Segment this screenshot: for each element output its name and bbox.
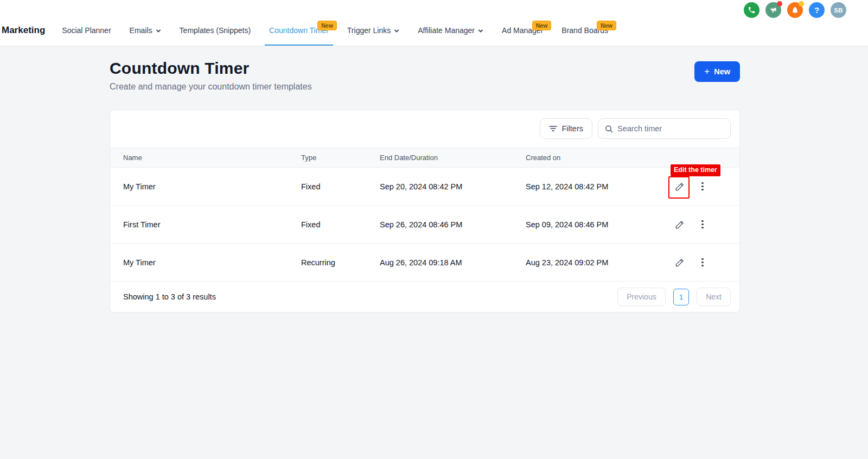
previous-page-button[interactable]: Previous (617, 288, 665, 306)
edit-timer-button[interactable] (673, 218, 686, 231)
tab-label: Templates (Snippets) (180, 26, 251, 35)
timer-name: First Timer (110, 220, 301, 229)
pencil-icon (674, 257, 685, 268)
bell-icon[interactable] (787, 2, 803, 18)
new-badge: New (597, 21, 616, 30)
chevron-down-icon (156, 28, 161, 34)
results-summary: Showing 1 to 3 of 3 results (123, 292, 216, 301)
row-menu-button[interactable] (696, 218, 709, 231)
marketing-nav: Marketing Social Planner Emails Template… (0, 0, 868, 46)
megaphone-alert-dot (777, 1, 782, 7)
column-header-type: Type (301, 154, 380, 162)
filters-label: Filters (562, 124, 583, 133)
pencil-icon (674, 181, 685, 192)
timer-type: Fixed (301, 182, 380, 191)
tab-trigger-links[interactable]: Trigger Links (347, 15, 399, 46)
table-row: First Timer Fixed Sep 26, 2024 08:46 PM … (110, 206, 739, 244)
topbar-icon-cluster: ? SB (744, 2, 846, 18)
table-row: My Timer Fixed Sep 20, 2024 08:42 PM Sep… (110, 168, 739, 206)
page-brand: Marketing (2, 25, 45, 36)
row-menu-button[interactable] (696, 180, 709, 193)
column-header-name: Name (110, 154, 301, 162)
timer-created-on: Aug 23, 2024 09:02 PM (526, 258, 673, 267)
page-header: Countdown Timer Create and manage your c… (110, 46, 740, 92)
table-row: My Timer Recurring Aug 26, 2024 09:18 AM… (110, 244, 739, 282)
pencil-icon (674, 219, 685, 230)
tab-label: Trigger Links (347, 26, 391, 35)
timer-created-on: Sep 12, 2024 08:42 PM (526, 182, 673, 191)
avatar-initials: SB (834, 7, 843, 14)
chevron-down-icon (394, 28, 399, 34)
annotation-label: Edit the timer (671, 164, 720, 176)
card-toolbar: Filters (110, 110, 739, 148)
tab-templates-snippets[interactable]: Templates (Snippets) (180, 15, 251, 46)
kebab-menu-icon (701, 182, 703, 190)
megaphone-icon[interactable] (765, 2, 781, 18)
row-actions (673, 256, 739, 269)
plus-icon: + (704, 66, 710, 77)
new-badge: New (317, 21, 337, 30)
page-subtitle: Create and manage your countdown timer t… (110, 82, 312, 92)
chevron-down-icon (478, 28, 483, 34)
filters-button[interactable]: Filters (540, 118, 592, 139)
timer-name: My Timer (110, 182, 301, 191)
tab-countdown-timer[interactable]: Countdown Timer New (269, 15, 329, 46)
pagination: Previous 1 Next (617, 288, 731, 306)
tab-brand-boards[interactable]: Brand Boards New (561, 15, 608, 46)
content-area: Countdown Timer Create and manage your c… (0, 46, 868, 459)
table-header-row: Name Type End Date/Duration Created on (110, 148, 739, 168)
page-title: Countdown Timer (110, 59, 312, 78)
search-box (598, 118, 731, 139)
timer-created-on: Sep 09, 2024 08:46 PM (526, 220, 673, 229)
edit-timer-button[interactable] (673, 256, 686, 269)
tab-label: Affiliate Manager (418, 26, 475, 35)
row-actions (673, 218, 739, 231)
page-number-button[interactable]: 1 (673, 289, 690, 305)
column-header-created-on: Created on (526, 154, 673, 162)
tab-social-planner[interactable]: Social Planner (62, 15, 111, 46)
bell-alert-dot (799, 1, 804, 7)
timer-end-date: Aug 26, 2024 09:18 AM (380, 258, 526, 267)
kebab-menu-icon (701, 258, 703, 266)
timer-end-date: Sep 20, 2024 08:42 PM (380, 182, 526, 191)
new-timer-button[interactable]: + New (694, 61, 740, 82)
timer-type: Fixed (301, 220, 380, 229)
avatar[interactable]: SB (831, 2, 846, 18)
filter-icon (549, 125, 557, 132)
tab-label: Social Planner (62, 26, 111, 35)
search-icon (605, 125, 613, 133)
timer-name: My Timer (110, 258, 301, 267)
timer-list-card: Filters Name Type End Date/Duration Crea… (110, 110, 740, 313)
edit-timer-button[interactable] (673, 180, 686, 193)
new-badge: New (532, 21, 552, 30)
tab-label: Emails (130, 26, 152, 35)
column-header-end-date: End Date/Duration (380, 154, 526, 162)
topbar: ? SB Marketing Social Planner Emails Tem… (0, 0, 868, 46)
help-glyph: ? (814, 5, 819, 15)
phone-icon[interactable] (744, 2, 760, 18)
kebab-menu-icon (701, 220, 703, 228)
nav-items: Social Planner Emails Templates (Snippet… (62, 15, 608, 46)
timer-type: Recurring (301, 258, 380, 267)
card-footer: Showing 1 to 3 of 3 results Previous 1 N… (110, 282, 739, 312)
help-icon[interactable]: ? (809, 2, 825, 18)
timer-end-date: Sep 26, 2024 08:46 PM (380, 220, 526, 229)
row-menu-button[interactable] (696, 256, 709, 269)
new-button-label: New (714, 67, 730, 76)
tab-ad-manager[interactable]: Ad Manager New (502, 15, 543, 46)
tab-emails[interactable]: Emails (130, 15, 161, 46)
row-actions (673, 180, 739, 193)
tab-affiliate-manager[interactable]: Affiliate Manager (418, 15, 483, 46)
search-timer-input[interactable] (617, 124, 724, 133)
next-page-button[interactable]: Next (697, 288, 731, 306)
